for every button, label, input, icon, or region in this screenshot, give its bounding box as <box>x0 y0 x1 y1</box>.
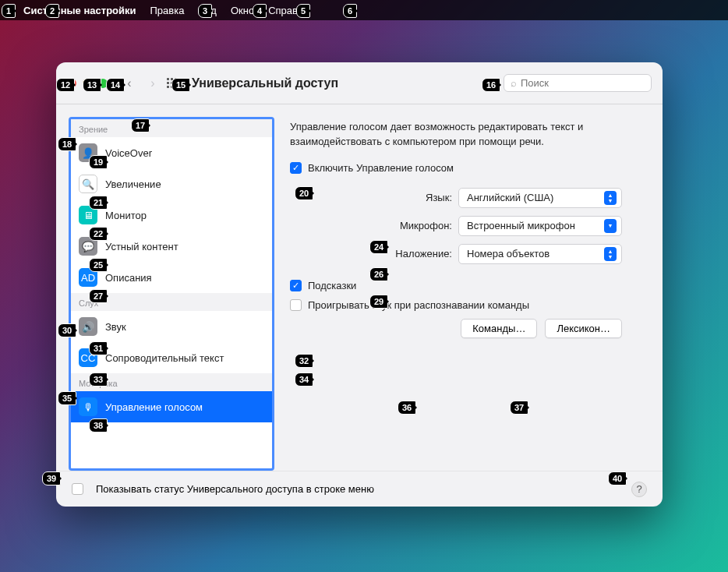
select-arrows-icon: ▼ <box>604 219 617 233</box>
status-label: Показывать статус Универсального доступа… <box>96 483 374 495</box>
audio-icon: 🔊 <box>79 317 97 336</box>
overlay-select[interactable]: Номера объектов▲▼ <box>458 244 622 264</box>
section-vision: Зрение <box>71 119 272 137</box>
zoom-icon: 🔍 <box>79 175 97 193</box>
enable-row: ✓ Включить Управление голосом <box>290 162 644 174</box>
playsound-label: Проигрывать звук при распознавании коман… <box>308 299 529 311</box>
search-icon: ⌕ <box>511 77 517 89</box>
settings-form: Язык: Английский (США)▲▼ Микрофон: Встро… <box>290 188 644 264</box>
search-input[interactable] <box>521 77 652 89</box>
menu-edit[interactable]: Правка <box>150 5 185 16</box>
voice-control-icon: 🎙 <box>79 397 97 416</box>
enable-checkbox[interactable]: ✓ <box>290 162 302 174</box>
window-title: Универсальный доступ <box>192 76 504 90</box>
enable-label: Включить Управление голосом <box>308 162 454 174</box>
description-text: Управление голосом дает возможность реда… <box>290 120 644 150</box>
footer: Показывать статус Универсального доступа… <box>56 471 663 507</box>
menubar: Системные настройки Правка Вид Окно Спра… <box>0 0 728 20</box>
playsound-row: Проигрывать звук при распознавании коман… <box>290 299 644 311</box>
language-select[interactable]: Английский (США)▲▼ <box>458 188 622 208</box>
button-row: Команды… Лексикон… <box>290 319 644 338</box>
hints-row: ✓ Подсказки <box>290 280 644 291</box>
select-arrows-icon: ▲▼ <box>604 191 617 205</box>
language-label: Язык: <box>359 192 452 203</box>
mic-label: Микрофон: <box>359 220 452 231</box>
forward-button[interactable]: › <box>143 74 162 93</box>
search-field[interactable]: ⌕ <box>504 74 652 92</box>
sidebar-item-voice-control[interactable]: 🎙Управление голосом <box>71 391 272 422</box>
help-button[interactable]: ? <box>631 482 647 497</box>
commands-button[interactable]: Команды… <box>461 319 537 338</box>
select-arrows-icon: ▲▼ <box>604 247 617 261</box>
status-checkbox[interactable] <box>72 483 83 495</box>
content: Зрение 👤VoiceOver 🔍Увеличение 🖥Монитор 💬… <box>56 104 663 471</box>
sidebar-item-audio[interactable]: 🔊Звук <box>71 311 272 342</box>
lexicon-button[interactable]: Лексикон… <box>545 319 622 338</box>
hints-checkbox[interactable]: ✓ <box>290 280 302 291</box>
sidebar-item-zoom[interactable]: 🔍Увеличение <box>71 168 272 199</box>
mic-select[interactable]: Встроенный микрофон▼ <box>458 216 622 236</box>
hints-label: Подсказки <box>308 280 356 291</box>
menu-window[interactable]: Окно <box>231 5 254 16</box>
app-menu[interactable]: Системные настройки <box>23 5 136 16</box>
titlebar: ‹ › Универсальный доступ ⌕ <box>56 62 663 104</box>
playsound-checkbox[interactable] <box>290 299 302 311</box>
main-panel: Управление голосом дает возможность реда… <box>287 117 650 471</box>
